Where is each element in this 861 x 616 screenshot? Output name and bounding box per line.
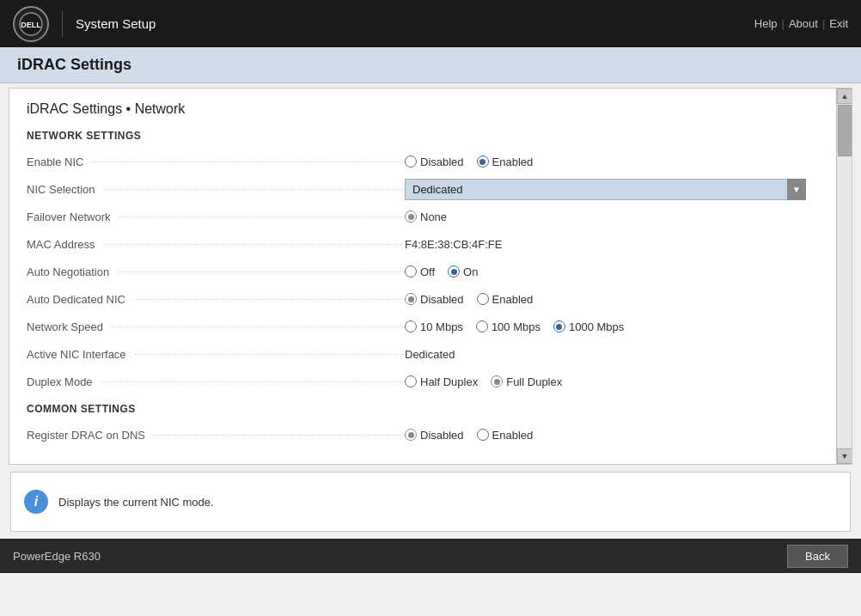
- speed-100-option[interactable]: 100 Mbps: [476, 320, 540, 333]
- info-text: Displays the current NIC mode.: [58, 496, 214, 509]
- auto-neg-off-option[interactable]: Off: [405, 265, 435, 278]
- info-box: i Displays the current NIC mode.: [10, 472, 851, 532]
- mac-address-text: F4:8E:38:CB:4F:FE: [405, 238, 502, 251]
- mac-address-row: MAC Address F4:8E:38:CB:4F:FE: [27, 233, 823, 255]
- mac-address-value: F4:8E:38:CB:4F:FE: [405, 238, 823, 251]
- settings-inner: iDRAC Settings • Network NETWORK SETTING…: [9, 88, 836, 464]
- auto-ded-disabled-label: Disabled: [420, 293, 464, 306]
- speed-1000-option[interactable]: 1000 Mbps: [553, 320, 624, 333]
- enable-nic-disabled-label: Disabled: [420, 156, 464, 168]
- auto-ded-enabled-radio[interactable]: [477, 293, 489, 305]
- half-duplex-option[interactable]: Half Duplex: [405, 375, 478, 388]
- active-nic-value: Dedicated: [405, 348, 823, 361]
- exit-link[interactable]: Exit: [829, 17, 848, 30]
- auto-neg-off-radio[interactable]: [405, 265, 417, 278]
- auto-dedicated-nic-label: Auto Dedicated NIC: [27, 293, 405, 306]
- section-title: iDRAC Settings • Network: [27, 101, 823, 117]
- auto-negotiation-label: Auto Negotiation: [27, 265, 405, 278]
- speed-100-label: 100 Mbps: [492, 320, 540, 333]
- network-speed-label: Network Speed: [27, 320, 405, 333]
- register-enabled-label: Enabled: [492, 429, 534, 442]
- auto-neg-on-option[interactable]: On: [448, 265, 478, 278]
- speed-10-label: 10 Mbps: [420, 320, 463, 333]
- common-settings-header: COMMON SETTINGS: [27, 403, 823, 415]
- register-disabled-radio[interactable]: [405, 429, 417, 441]
- nav-sep-2: |: [822, 17, 825, 30]
- svg-text:DELL: DELL: [21, 21, 41, 29]
- active-nic-text: Dedicated: [405, 348, 455, 361]
- enable-nic-disabled-radio[interactable]: [405, 156, 417, 168]
- auto-dedicated-nic-row: Auto Dedicated NIC Disabled Enabled: [27, 288, 823, 310]
- duplex-mode-value: Half Duplex Full Duplex: [405, 375, 823, 388]
- nic-selection-row: NIC Selection Dedicated LOM1 LOM2 LOM3 L…: [27, 178, 823, 200]
- enable-nic-label: Enable NIC: [27, 156, 405, 168]
- header-title: System Setup: [76, 16, 754, 31]
- register-disabled-label: Disabled: [420, 429, 464, 442]
- speed-10-radio[interactable]: [405, 320, 417, 332]
- auto-ded-enabled-option[interactable]: Enabled: [477, 293, 534, 306]
- speed-1000-label: 1000 Mbps: [569, 320, 624, 333]
- mac-address-label: MAC Address: [27, 238, 405, 251]
- header-divider: [62, 11, 63, 37]
- auto-neg-on-radio[interactable]: [448, 265, 460, 278]
- header: DELL System Setup Help | About | Exit: [0, 0, 861, 47]
- scrollbar[interactable]: ▲ ▼: [836, 88, 852, 464]
- nic-select[interactable]: Dedicated LOM1 LOM2 LOM3 LOM4: [405, 179, 806, 200]
- speed-100-radio[interactable]: [476, 320, 488, 332]
- enable-nic-disabled-option[interactable]: Disabled: [405, 156, 464, 168]
- auto-ded-enabled-label: Enabled: [492, 293, 534, 306]
- half-duplex-label: Half Duplex: [420, 375, 478, 388]
- auto-neg-on-label: On: [463, 265, 478, 278]
- scroll-down-button[interactable]: ▼: [837, 448, 852, 464]
- active-nic-row: Active NIC Interface Dedicated: [27, 343, 823, 365]
- half-duplex-radio[interactable]: [405, 375, 417, 387]
- duplex-mode-label: Duplex Mode: [27, 375, 405, 388]
- network-speed-value: 10 Mbps 100 Mbps 1000 Mbps: [405, 320, 823, 333]
- auto-dedicated-nic-value: Disabled Enabled: [405, 293, 823, 306]
- register-enabled-option[interactable]: Enabled: [477, 429, 534, 442]
- content-wrapper: iDRAC Settings • Network NETWORK SETTING…: [9, 88, 852, 465]
- failover-network-row: Failover Network None: [27, 205, 823, 228]
- full-duplex-option[interactable]: Full Duplex: [491, 375, 562, 388]
- active-nic-label: Active NIC Interface: [27, 348, 405, 361]
- register-drac-label: Register DRAC on DNS: [27, 429, 405, 442]
- nic-select-wrapper[interactable]: Dedicated LOM1 LOM2 LOM3 LOM4: [405, 179, 806, 200]
- about-link[interactable]: About: [789, 17, 818, 30]
- enable-nic-enabled-option[interactable]: Enabled: [477, 156, 534, 168]
- failover-none-radio[interactable]: [405, 210, 417, 223]
- register-enabled-radio[interactable]: [477, 429, 489, 441]
- nav-sep-1: |: [782, 17, 785, 30]
- auto-negotiation-row: Auto Negotiation Off On: [27, 260, 823, 283]
- page-title: iDRAC Settings: [17, 56, 131, 73]
- enable-nic-enabled-radio[interactable]: [477, 156, 489, 168]
- settings-scroll-area: iDRAC Settings • Network NETWORK SETTING…: [9, 88, 852, 464]
- header-nav: Help | About | Exit: [754, 17, 848, 30]
- failover-network-label: Failover Network: [27, 210, 405, 223]
- model-text: PowerEdge R630: [13, 550, 101, 563]
- failover-none-option[interactable]: None: [405, 210, 447, 223]
- full-duplex-radio[interactable]: [491, 375, 503, 387]
- help-link[interactable]: Help: [754, 17, 778, 30]
- scroll-thumb[interactable]: [838, 105, 852, 156]
- back-button[interactable]: Back: [787, 545, 848, 568]
- page-title-bar: iDRAC Settings: [0, 47, 861, 83]
- enable-nic-row: Enable NIC Disabled Enabled: [27, 150, 823, 173]
- register-drac-value: Disabled Enabled: [405, 429, 823, 442]
- full-duplex-label: Full Duplex: [506, 375, 562, 388]
- speed-1000-radio[interactable]: [553, 320, 565, 332]
- scroll-track: [837, 104, 852, 448]
- speed-10-option[interactable]: 10 Mbps: [405, 320, 463, 333]
- auto-ded-disabled-option[interactable]: Disabled: [405, 293, 464, 306]
- scroll-up-button[interactable]: ▲: [837, 88, 852, 104]
- nic-selection-value: Dedicated LOM1 LOM2 LOM3 LOM4: [405, 179, 823, 200]
- register-disabled-option[interactable]: Disabled: [405, 429, 464, 442]
- auto-ded-disabled-radio[interactable]: [405, 293, 417, 305]
- enable-nic-value: Disabled Enabled: [405, 156, 823, 168]
- auto-neg-off-label: Off: [420, 265, 435, 278]
- dell-logo: DELL: [13, 6, 49, 42]
- auto-negotiation-value: Off On: [405, 265, 823, 278]
- duplex-mode-row: Duplex Mode Half Duplex Full Duplex: [27, 370, 823, 393]
- footer: PowerEdge R630 Back: [0, 539, 861, 573]
- network-settings-header: NETWORK SETTINGS: [27, 130, 823, 142]
- info-icon: i: [24, 490, 48, 514]
